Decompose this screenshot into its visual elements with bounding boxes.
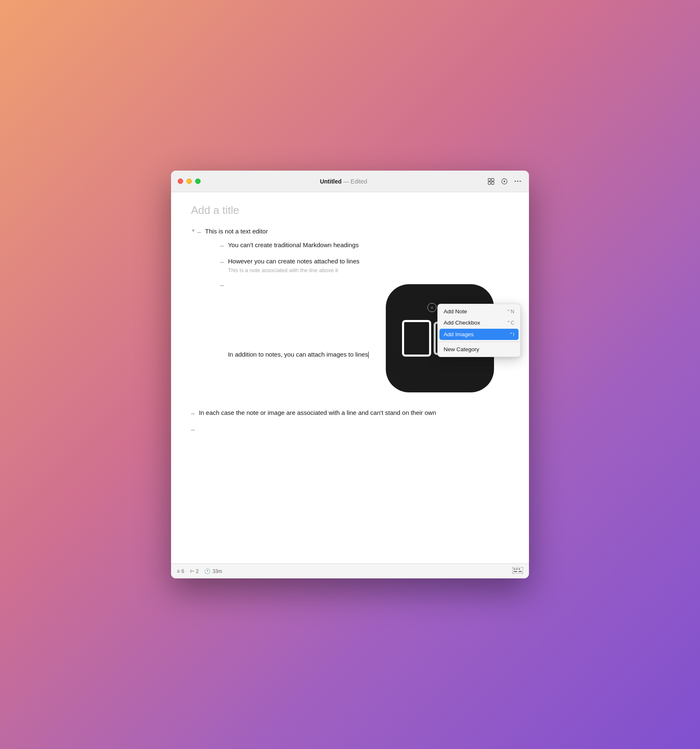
svg-rect-1 (491, 179, 494, 181)
menu-item-shortcut: ⌃N (506, 309, 514, 315)
menu-item-label: Add Images (444, 331, 474, 337)
titlebar: Untitled — Edited (171, 171, 529, 192)
svg-rect-2 (488, 182, 491, 184)
list-item: – However you can create notes attached … (220, 257, 509, 275)
icon-rect-main (402, 320, 431, 357)
bullet-text: This is not a text editor (205, 228, 268, 235)
svg-rect-14 (519, 571, 522, 572)
keyboard-icon (512, 567, 523, 574)
time-icon: 🕐 (204, 568, 211, 574)
menu-item-label: New Category (444, 346, 479, 352)
svg-point-7 (517, 181, 519, 182)
list-item: – You can't create traditional Markdown … (220, 241, 509, 251)
collapse-arrow-icon[interactable]: ▼ (191, 228, 196, 233)
gallery-icon[interactable] (487, 177, 496, 186)
more-options-icon[interactable] (513, 177, 522, 186)
bullet-dash: – (197, 227, 201, 237)
menu-item-add-images[interactable]: Add Images ⌃I (439, 329, 519, 340)
svg-rect-13 (514, 571, 517, 572)
status-right (512, 567, 523, 575)
svg-rect-0 (488, 179, 491, 181)
menu-item-label: Add Note (444, 308, 467, 315)
menu-item-shortcut: ⌃C (506, 320, 514, 326)
context-menu: Add Note ⌃N Add Checkbox ⌃C Add Images ⌃… (437, 304, 521, 357)
status-lines: ≡ 6 (177, 568, 184, 574)
bullet-dash: – (191, 425, 195, 435)
svg-rect-10 (514, 568, 515, 570)
svg-rect-3 (491, 182, 494, 184)
status-bar: ≡ 6 ⊢ 2 🕐 33m (171, 563, 529, 578)
editor-content[interactable]: Add a title ▼ – This is not a text edito… (171, 192, 529, 563)
svg-point-6 (515, 181, 516, 182)
bullet-dash: – (220, 257, 224, 267)
bullet-content: In each case the note or image are assoc… (199, 408, 509, 418)
bullet-dash: – (220, 280, 224, 290)
svg-rect-11 (516, 568, 518, 570)
bullet-dash: – (220, 241, 224, 251)
lines-count: 6 (181, 568, 184, 574)
lines-icon: ≡ (177, 568, 180, 574)
bullet-content: You can't create traditional Markdown he… (228, 241, 509, 250)
menu-item-shortcut: ⌃I (509, 332, 514, 337)
bullet-note: This is a note associated with the line … (228, 267, 509, 274)
svg-point-5 (504, 181, 505, 182)
maximize-button[interactable] (195, 179, 201, 184)
bullet-text: You can't create traditional Markdown he… (228, 241, 359, 248)
titlebar-actions (487, 177, 522, 186)
title-text: Untitled (320, 178, 342, 185)
traffic-lights (178, 179, 201, 184)
list-item: – (191, 424, 509, 435)
bullet-text: In addition to notes, you can attach ima… (228, 351, 369, 358)
add-button[interactable]: + (427, 303, 437, 312)
status-time: 🕐 33m (204, 568, 222, 574)
menu-item-add-checkbox[interactable]: Add Checkbox ⌃C (438, 317, 520, 328)
status-checkboxes: ⊢ 2 (190, 568, 199, 574)
time-value: 33m (212, 568, 222, 574)
main-window: Untitled — Edited (171, 171, 529, 578)
menu-separator (438, 342, 520, 342)
bullet-content: However you can create notes attached to… (228, 257, 509, 275)
minimize-button[interactable] (186, 179, 192, 184)
title-placeholder[interactable]: Add a title (191, 204, 509, 217)
svg-point-8 (520, 181, 521, 182)
menu-item-new-category[interactable]: New Category (438, 344, 520, 355)
svg-rect-9 (512, 567, 523, 574)
list-item: – In each case the note or image are ass… (191, 408, 509, 419)
svg-rect-12 (519, 568, 520, 570)
badge-icon[interactable] (500, 177, 509, 186)
checkboxes-count: 2 (196, 568, 199, 574)
menu-item-label: Add Checkbox (444, 320, 480, 326)
text-cursor (368, 352, 369, 358)
close-button[interactable] (178, 179, 183, 184)
checkboxes-icon: ⊢ (190, 568, 194, 574)
status-left: ≡ 6 ⊢ 2 🕐 33m (177, 568, 222, 574)
bullet-text: In each case the note or image are assoc… (199, 409, 436, 416)
title-suffix: — Edited (343, 178, 367, 185)
menu-item-add-note[interactable]: Add Note ⌃N (438, 306, 520, 317)
bullet-dash: – (191, 409, 195, 419)
window-title: Untitled — Edited (201, 178, 487, 185)
bullet-text: However you can create notes attached to… (228, 258, 360, 265)
